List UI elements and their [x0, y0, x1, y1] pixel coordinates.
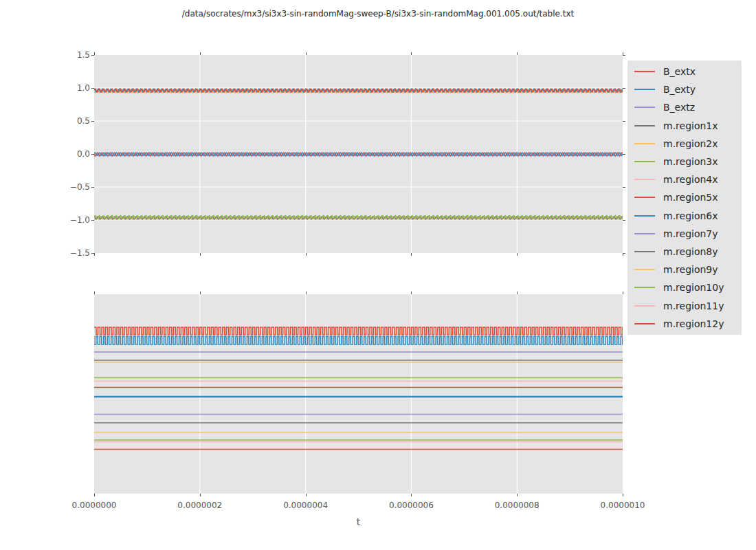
legend-item: m.region3x [627, 153, 742, 170]
y-tick [623, 187, 625, 188]
legend-item: m.region8y [627, 243, 742, 260]
x-tick [517, 52, 518, 55]
x-tick [411, 494, 412, 496]
x-axis-label: t [94, 516, 623, 527]
top-axes [94, 55, 623, 253]
legend-label: m.region7y [663, 228, 718, 239]
legend-line-sample [634, 269, 655, 270]
x-tick [411, 52, 412, 55]
y-tick [623, 88, 625, 89]
x-tick [200, 292, 201, 294]
y-tick [623, 55, 625, 56]
y-tick-label: 1.5 [42, 50, 90, 60]
y-tick [91, 121, 94, 122]
legend-line-sample [634, 215, 655, 217]
figure: /data/socrates/mx3/si3x3-sin-randomMag-s… [0, 0, 756, 550]
y-tick [91, 88, 94, 89]
x-tick [94, 52, 95, 55]
series-line-B_extx [94, 327, 623, 335]
legend-item: m.region11y [627, 297, 742, 314]
legend-item: m.region5x [627, 189, 742, 206]
x-tick [623, 494, 623, 496]
y-tick [91, 187, 94, 188]
legend-line-sample [634, 161, 655, 162]
x-tick-label: 0.0000004 [265, 500, 347, 510]
y-tick [91, 55, 94, 56]
legend-label: m.region10y [663, 282, 724, 293]
legend-item: B_extz [627, 99, 742, 116]
legend-line-sample [634, 233, 655, 234]
legend-line-sample [634, 323, 655, 324]
legend-item: m.region7y [627, 225, 742, 242]
legend-line-sample [634, 89, 655, 90]
legend-label: B_exty [663, 84, 696, 95]
x-tick [94, 292, 95, 294]
legend-item: m.region12y [627, 315, 742, 332]
x-tick [411, 292, 412, 294]
legend-label: m.region9y [663, 264, 718, 275]
legend-line-sample [634, 179, 655, 180]
legend-label: m.region2x [663, 138, 718, 149]
legend-line-sample [634, 305, 655, 307]
legend-label: m.region11y [663, 300, 724, 311]
y-tick [623, 253, 625, 254]
x-tick [200, 253, 201, 256]
legend-label: m.region6x [663, 210, 718, 221]
legend-item: B_exty [627, 81, 742, 98]
legend-label: m.region12y [663, 318, 724, 329]
legend-line-sample [634, 143, 655, 144]
legend-line-sample [634, 125, 655, 126]
legend-item: B_extx [627, 63, 742, 80]
y-tick [91, 154, 94, 155]
x-tick [200, 52, 201, 55]
legend-label: m.region4x [663, 174, 718, 185]
legend: B_extxB_extyB_extzm.region1xm.region2xm.… [627, 60, 742, 335]
legend-label: m.region5x [663, 192, 718, 203]
legend-label: B_extz [663, 102, 695, 113]
x-tick [517, 292, 518, 294]
y-tick [623, 154, 625, 155]
legend-label: m.region8y [663, 246, 718, 257]
x-tick-label: 0.0000006 [370, 500, 452, 510]
legend-item: m.region4x [627, 171, 742, 188]
x-tick [306, 253, 307, 256]
x-tick [306, 494, 307, 496]
legend-line-sample [634, 197, 655, 198]
legend-label: B_extx [663, 66, 696, 77]
x-tick [517, 494, 518, 496]
legend-item: m.region10y [627, 279, 742, 296]
legend-item: m.region1x [627, 117, 742, 134]
bottom-plot-canvas [94, 294, 623, 494]
x-tick [94, 494, 95, 496]
y-tick-label: 0.5 [42, 116, 90, 126]
legend-label: m.region3x [663, 156, 718, 167]
x-tick-label: 0.0000008 [476, 500, 558, 510]
x-tick-label: 0.0000000 [53, 500, 135, 510]
y-tick-label: 0.0 [42, 148, 90, 160]
legend-line-sample [634, 287, 655, 288]
x-tick [517, 253, 518, 256]
y-tick [623, 121, 625, 122]
x-tick [306, 292, 307, 294]
x-tick [411, 253, 412, 256]
x-tick-label: 0.0000002 [159, 500, 241, 510]
legend-item: m.region2x [627, 135, 742, 152]
x-tick [200, 494, 201, 496]
x-tick-label: 0.0000010 [581, 500, 664, 510]
y-tick-label: −1.0 [42, 214, 90, 226]
y-tick-label: −1.5 [42, 248, 90, 258]
top-plot-canvas [94, 55, 623, 253]
x-tick [306, 52, 307, 55]
legend-line-sample [634, 107, 655, 108]
y-tick [91, 253, 94, 254]
y-tick [91, 220, 94, 221]
figure-title: /data/socrates/mx3/si3x3-sin-randomMag-s… [0, 9, 756, 19]
y-tick-label: −0.5 [42, 182, 90, 192]
y-tick [623, 220, 625, 221]
legend-label: m.region1x [663, 120, 718, 131]
x-tick [623, 292, 623, 294]
bottom-axes [94, 294, 623, 494]
legend-line-sample [634, 71, 655, 72]
x-tick [94, 253, 95, 256]
y-tick-label: 1.0 [42, 82, 90, 94]
